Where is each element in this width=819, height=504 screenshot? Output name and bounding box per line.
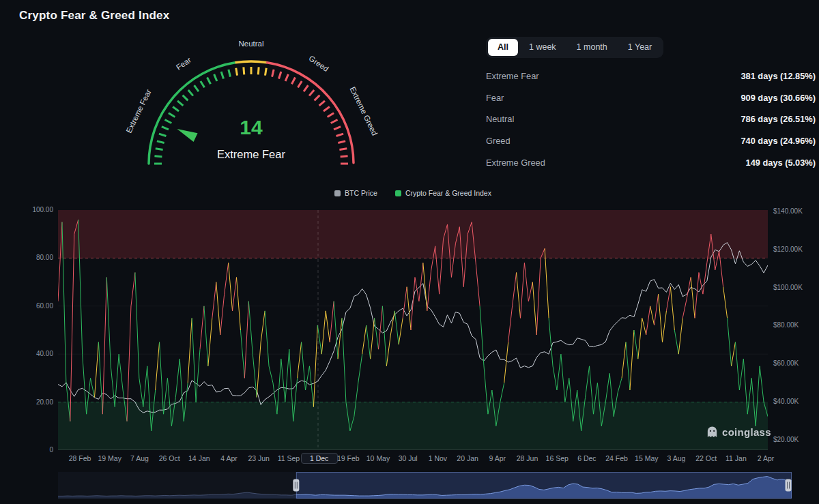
stat-label: Greed [486,136,511,146]
x-axis-label: 2 Apr [748,454,784,462]
gauge-tick [164,120,171,123]
range-tab-1-month[interactable]: 1 month [567,39,617,56]
gauge-tick [324,107,330,111]
gauge-tick [258,67,259,74]
coinglass-watermark: coinglass [706,426,771,439]
range-tabs: All1 week1 month1 Year [486,37,663,58]
gauge-tick [162,127,169,130]
gauge-tick [177,101,183,106]
gauge-tick [156,149,163,150]
stat-row-greed: Greed740 days (24.96%) [486,130,816,152]
gauge-tick [285,74,288,81]
left-axis-tick: 40.00 [18,350,53,357]
gauge-tick [328,113,334,117]
gauge-tick [201,81,205,87]
gauge-arc-yellow [235,61,268,63]
right-axis-tick: $20.00K [773,436,814,443]
stat-label: Neutral [486,114,514,124]
chart-legend: BTC PriceCrypto Fear & Greed Index [58,189,768,197]
range-tab-1-year[interactable]: 1 Year [618,39,661,56]
gauge-tick [278,72,281,78]
stat-value: 381 days (12.85%) [741,71,816,81]
gauge-classification: Extreme Fear [217,148,285,160]
left-axis-tick: 0 [18,446,53,454]
gauge-tick [298,81,302,87]
stat-label: Extreme Fear [486,71,539,81]
gauge-tick [339,149,347,150]
stat-row-neutral: Neutral786 days (26.51%) [486,108,816,130]
page-title: Crypto Fear & Greed Index [19,9,169,23]
gauge-tick [207,77,211,84]
gauge-scale-label-extreme-greed: Extreme Greed [348,85,379,136]
gauge-value: 14 [240,116,263,138]
stat-value: 909 days (30.66%) [741,93,816,103]
stat-value: 149 days (5.03%) [746,158,816,168]
fear-greed-btc-chart[interactable] [58,210,768,450]
stats-panel: Extreme Fear381 days (12.85%)Fear909 day… [486,65,816,173]
gauge-tick [309,90,314,95]
stat-row-extreme-fear: Extreme Fear381 days (12.85%) [486,65,816,87]
gauge-tick [338,141,345,143]
gauge-scale-label-greed: Greed [307,54,330,73]
gauge-tick [291,77,295,84]
gauge-tick [336,134,343,136]
gauge-tick [154,156,162,157]
gauge-needle [177,129,197,142]
gauge-tick [315,95,320,101]
gauge-tick [244,67,244,74]
legend-swatch [334,190,341,196]
stat-label: Extreme Greed [486,158,545,168]
gauge-scale-label-fear: Fear [175,56,192,72]
crypto-fear-greed-page: Crypto Fear & Greed Index Extreme FearFe… [0,0,819,504]
gauge-tick [341,156,348,157]
left-axis-tick: 20.00 [18,398,53,406]
gauge-tick [265,68,266,76]
gauge-tick [183,95,188,101]
left-axis-tick: 60.00 [18,302,53,310]
legend-item-crypto-fear-greed-index[interactable]: Crypto Fear & Greed Index [395,189,491,197]
gauge-tick [169,113,175,117]
gauge-tick [319,101,325,106]
gauge-scale-label-extreme-fear: Extreme Fear [124,88,152,134]
legend-item-btc-price[interactable]: BTC Price [334,189,377,197]
gauge-tick [188,90,193,95]
gauge-tick [157,141,164,143]
watermark-text: coinglass [722,426,771,438]
gauge-tick [221,72,223,78]
legend-swatch [395,190,401,196]
stat-value: 786 days (26.51%) [741,114,816,124]
gauge-tick [272,70,274,77]
gauge-tick [331,120,338,123]
stat-value: 740 days (24.96%) [741,136,816,146]
right-axis-tick: $100.00K [773,284,814,291]
right-axis-tick: $40.00K [773,398,814,405]
gauge-scale-label-neutral: Neutral [238,40,263,48]
range-tab-1-week[interactable]: 1 week [519,39,566,56]
left-axis-tick: 80.00 [18,254,53,261]
gauge-tick [236,68,238,76]
coinglass-ghost-icon [706,426,719,439]
right-axis-tick: $60.00K [773,359,814,367]
range-tab-all[interactable]: All [488,39,518,56]
gauge-tick [229,70,231,77]
gauge-tick [195,85,199,91]
right-axis-tick: $140.00K [773,207,814,215]
stat-row-extreme-greed: Extreme Greed149 days (5.03%) [486,151,816,173]
range-navigator[interactable] [58,472,792,499]
legend-label: Crypto Fear & Greed Index [405,189,491,197]
right-axis-tick: $80.00K [773,321,814,329]
left-axis-tick: 100.00 [18,206,53,213]
right-axis-tick: $120.00K [773,246,814,253]
gauge-svg: Extreme FearFearNeutralGreedExtreme Gree… [119,27,386,184]
gauge-tick [334,127,341,130]
gauge-tick [214,74,217,81]
stat-row-fear: Fear909 days (30.66%) [486,87,816,109]
gauge-tick [173,107,179,111]
gauge-tick [304,85,308,91]
gauge-tick [159,134,166,136]
stat-label: Fear [486,93,504,103]
fear-greed-gauge: Extreme FearFearNeutralGreedExtreme Gree… [119,27,386,184]
legend-label: BTC Price [345,189,377,197]
